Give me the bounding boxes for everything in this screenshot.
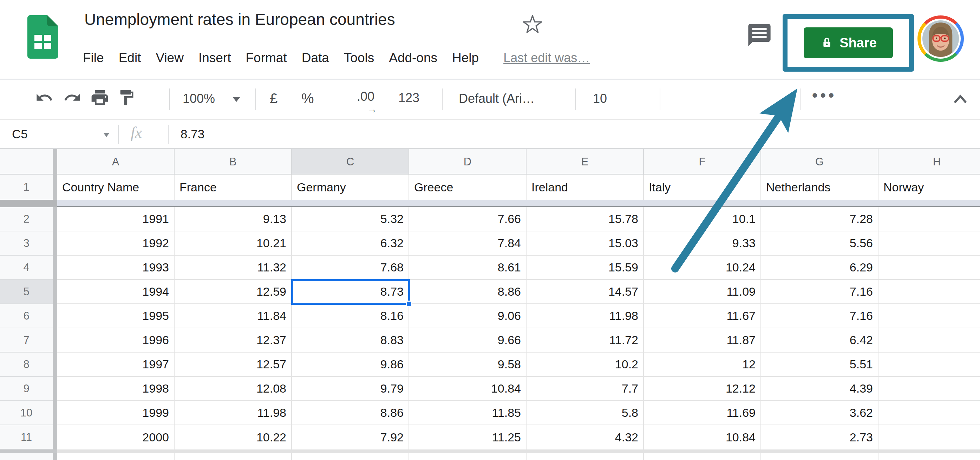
cell-D10[interactable]: 11.85: [409, 401, 527, 425]
undo-icon[interactable]: [35, 89, 53, 107]
cell-B10[interactable]: 11.98: [175, 401, 292, 425]
cell-E7[interactable]: 11.72: [527, 328, 644, 352]
row-header-12[interactable]: 12: [0, 453, 52, 460]
cell-C2[interactable]: 5.32: [292, 207, 409, 232]
cell-A8[interactable]: 1997: [57, 352, 175, 377]
cell-A6[interactable]: 1995: [57, 304, 175, 328]
cell-D6[interactable]: 9.06: [409, 304, 527, 328]
cell-G1[interactable]: Netherlands: [761, 174, 878, 200]
cell-F12[interactable]: 9.6: [644, 453, 761, 460]
cell-C4[interactable]: 7.68: [292, 255, 409, 280]
fill-handle[interactable]: [406, 301, 412, 307]
cell-F4[interactable]: 10.24: [644, 255, 761, 280]
row-header-4[interactable]: 4: [0, 255, 52, 280]
formula-input[interactable]: 8.73: [181, 127, 204, 141]
cell-C11[interactable]: 7.92: [292, 425, 409, 449]
menu-help[interactable]: Help: [452, 51, 479, 65]
row-header-8[interactable]: 8: [0, 352, 52, 377]
cell-C1[interactable]: Germany: [292, 174, 409, 200]
cell-E9[interactable]: 7.7: [527, 377, 644, 401]
column-header-F[interactable]: F: [644, 149, 761, 174]
column-header-E[interactable]: E: [527, 149, 644, 174]
cell-F8[interactable]: 12: [644, 352, 761, 377]
cell-F5[interactable]: 11.09: [644, 280, 761, 304]
cell-E8[interactable]: 10.2: [527, 352, 644, 377]
column-header-C[interactable]: C: [292, 149, 409, 174]
cell-B12[interactable]: 9.21: [175, 453, 292, 460]
cell-A4[interactable]: 1993: [57, 255, 175, 280]
cell-G5[interactable]: 7.16: [761, 280, 878, 304]
cell-E2[interactable]: 15.78: [527, 207, 644, 232]
cell-F9[interactable]: 12.12: [644, 377, 761, 401]
collapse-toolbar-icon[interactable]: [950, 91, 970, 108]
cell-C8[interactable]: 9.86: [292, 352, 409, 377]
cell-F10[interactable]: 11.69: [644, 401, 761, 425]
menu-tools[interactable]: Tools: [344, 51, 374, 65]
row-header-2[interactable]: 2: [0, 207, 52, 232]
cell-B11[interactable]: 10.22: [175, 425, 292, 449]
cell-B2[interactable]: 9.13: [175, 207, 292, 232]
cell-H7[interactable]: [878, 328, 980, 352]
cell-C7[interactable]: 8.83: [292, 328, 409, 352]
cell-F3[interactable]: 9.33: [644, 232, 761, 255]
menu-format[interactable]: Format: [245, 51, 286, 65]
row-header-6[interactable]: 6: [0, 304, 52, 328]
cell-G7[interactable]: 6.42: [761, 328, 878, 352]
cell-C5[interactable]: 8.73: [292, 280, 409, 304]
cell-H2[interactable]: [878, 207, 980, 232]
row-header-5[interactable]: 5: [0, 280, 52, 304]
cell-E5[interactable]: 14.57: [527, 280, 644, 304]
cell-A12[interactable]: 2001: [57, 453, 175, 460]
cell-E12[interactable]: 3.92: [527, 453, 644, 460]
cell-G9[interactable]: 4.39: [761, 377, 878, 401]
cell-F11[interactable]: 10.84: [644, 425, 761, 449]
cell-G3[interactable]: 5.56: [761, 232, 878, 255]
cell-H8[interactable]: [878, 352, 980, 377]
last-edit-status[interactable]: Last edit was…: [503, 51, 590, 65]
cell-B9[interactable]: 12.08: [175, 377, 292, 401]
cell-F7[interactable]: 11.87: [644, 328, 761, 352]
cell-H3[interactable]: [878, 232, 980, 255]
cell-C9[interactable]: 9.79: [292, 377, 409, 401]
column-header-B[interactable]: B: [175, 149, 292, 174]
cell-A3[interactable]: 1992: [57, 232, 175, 255]
column-header-H[interactable]: H: [878, 149, 980, 174]
cell-A11[interactable]: 2000: [57, 425, 175, 449]
cell-E6[interactable]: 11.98: [527, 304, 644, 328]
cell-D9[interactable]: 10.84: [409, 377, 527, 401]
cell-A7[interactable]: 1996: [57, 328, 175, 352]
cell-D11[interactable]: 11.25: [409, 425, 527, 449]
cell-E11[interactable]: 4.32: [527, 425, 644, 449]
zoom-select[interactable]: 100%: [183, 91, 215, 106]
number-format-button[interactable]: 123: [398, 90, 419, 105]
cell-F6[interactable]: 11.67: [644, 304, 761, 328]
row-header-11[interactable]: 11: [0, 425, 52, 449]
cell-D1[interactable]: Greece: [409, 174, 527, 200]
font-size-select[interactable]: 10: [593, 91, 607, 106]
cell-H5[interactable]: [878, 280, 980, 304]
menu-file[interactable]: File: [83, 51, 104, 65]
cell-H4[interactable]: [878, 255, 980, 280]
cell-B1[interactable]: France: [175, 174, 292, 200]
cell-G2[interactable]: 7.28: [761, 207, 878, 232]
cell-D3[interactable]: 7.84: [409, 232, 527, 255]
cell-H1[interactable]: Norway: [878, 174, 980, 200]
cell-A9[interactable]: 1998: [57, 377, 175, 401]
cell-H12[interactable]: [878, 453, 980, 460]
menu-data[interactable]: Data: [302, 51, 329, 65]
menu-view[interactable]: View: [156, 51, 184, 65]
cell-C10[interactable]: 8.86: [292, 401, 409, 425]
column-header-G[interactable]: G: [761, 149, 878, 174]
column-header-A[interactable]: A: [57, 149, 175, 174]
document-title[interactable]: Unemployment rates in European countries: [84, 10, 395, 29]
cell-A1[interactable]: Country Name: [57, 174, 175, 200]
cell-E1[interactable]: Ireland: [527, 174, 644, 200]
cell-D8[interactable]: 9.58: [409, 352, 527, 377]
row-header-1[interactable]: 1: [0, 174, 52, 200]
cell-A5[interactable]: 1994: [57, 280, 175, 304]
account-avatar[interactable]: [918, 16, 964, 62]
cell-A2[interactable]: 1991: [57, 207, 175, 232]
cell-C3[interactable]: 6.32: [292, 232, 409, 255]
zoom-caret-icon[interactable]: [232, 97, 240, 102]
decrease-decimal-button[interactable]: .00 →: [357, 89, 374, 104]
